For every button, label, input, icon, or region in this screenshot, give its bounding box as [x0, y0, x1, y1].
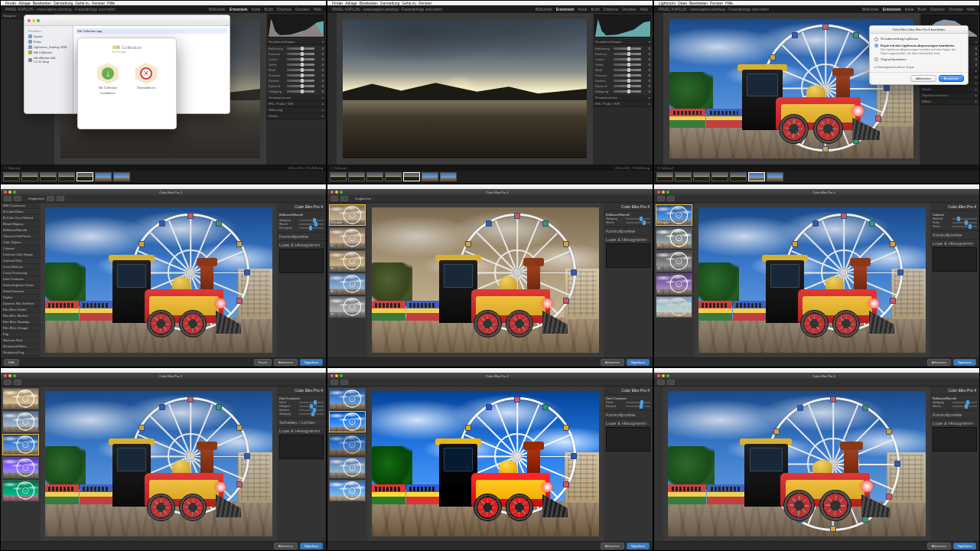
slider[interactable]: Perceptual	[279, 227, 324, 230]
filmstrip[interactable]	[1, 171, 326, 183]
slider[interactable]: Sättigung	[279, 412, 324, 416]
tab-book[interactable]: Buch	[591, 7, 600, 11]
preset-thumb[interactable]: 05	[329, 296, 366, 318]
tab-web[interactable]: Web	[314, 7, 321, 11]
preset-thumb[interactable]	[2, 480, 39, 501]
preset-item[interactable]: Bleach Bypass	[1, 221, 41, 227]
close-icon[interactable]	[4, 191, 7, 194]
slider[interactable]: Stärke	[933, 225, 977, 228]
thumb[interactable]	[348, 172, 365, 181]
slider[interactable]: Belichtung0	[269, 47, 324, 51]
preset-item[interactable]: Cross Balance	[1, 264, 41, 270]
slider[interactable]: Wärme	[933, 405, 977, 408]
toolbar-button[interactable]	[667, 196, 675, 201]
dialog-option[interactable]: Grundeinstellung Lightroom	[874, 37, 963, 41]
tab-slideshow[interactable]: Diashow	[930, 7, 945, 11]
preset-thumb[interactable]	[329, 388, 366, 409]
thumb[interactable]	[366, 172, 383, 181]
preset-item[interactable]: Bi-Color User Defined	[1, 215, 41, 221]
preset-thumb[interactable]: 02	[329, 227, 366, 249]
toolbar-button[interactable]	[4, 196, 11, 201]
save-button[interactable]: Speichern	[627, 359, 650, 366]
slider[interactable]: Dynamik0	[269, 84, 324, 88]
thumb[interactable]	[675, 172, 692, 181]
sidebar-item[interactable]: Fotos	[27, 39, 70, 44]
slider[interactable]: Klarheit0	[269, 79, 324, 83]
sidebar-item[interactable]: Import	[27, 34, 70, 39]
slider[interactable]: Klarheit0	[595, 79, 650, 83]
preset-item[interactable]: Film Efex: Modern	[1, 313, 41, 319]
tab-book[interactable]: Buch	[918, 7, 926, 11]
edit-in-dialog[interactable]: Color Efex Color Efex Pro 4 bearbeiten G…	[869, 25, 969, 85]
tab-web[interactable]: Web	[640, 7, 648, 11]
cancel-button[interactable]: Abbrechen	[274, 543, 298, 549]
panel-header[interactable]: HSL / Farbe / S/W▸	[593, 101, 653, 107]
slider[interactable]: Sättigung0	[595, 90, 650, 93]
zoom-icon[interactable]	[37, 19, 40, 22]
tab-develop[interactable]: Entwickeln	[556, 7, 575, 11]
tab-library[interactable]: Bibliothek	[209, 7, 226, 11]
preset-item[interactable]: Contrast Color Range	[1, 252, 41, 258]
toolbar-button[interactable]	[657, 196, 665, 201]
preset-item[interactable]: Color Stylizer	[1, 240, 41, 246]
preset-thumb[interactable]: 01-Vorgabe	[329, 204, 366, 226]
tab-library[interactable]: Bibliothek	[536, 7, 552, 11]
thumb[interactable]	[21, 172, 38, 181]
preset-thumb[interactable]: 04	[329, 273, 366, 295]
dialog-option[interactable]: Original bearbeiten	[874, 57, 963, 62]
preset-item[interactable]: Bi-Color Filters	[1, 209, 41, 215]
slider[interactable]: Kontrast0	[269, 52, 324, 56]
toolbar-button[interactable]	[47, 196, 54, 201]
preset-thumb[interactable]	[329, 457, 366, 478]
tab-slideshow[interactable]: Diashow	[277, 7, 291, 11]
preset-thumb[interactable]: 05	[656, 296, 692, 318]
toolbar-button[interactable]	[330, 380, 338, 385]
tab-map[interactable]: Karte	[578, 7, 588, 11]
close-icon[interactable]	[28, 19, 31, 22]
preset-item[interactable]: Fog	[1, 331, 41, 337]
tab-print[interactable]: Drucken	[949, 7, 963, 11]
slider[interactable]: Sättigung	[933, 401, 977, 404]
preset-thumb[interactable]	[329, 434, 366, 455]
slider[interactable]: Tiefen0	[595, 63, 650, 67]
help-button[interactable]: Hilfe	[4, 359, 19, 366]
file-row[interactable]: Nik Collection.app	[76, 28, 227, 34]
panel-header[interactable]: Gradationskurve▸	[266, 95, 326, 101]
preset-item[interactable]: Film Efex: Vintage	[1, 325, 41, 331]
preset-thumb[interactable]	[2, 388, 39, 409]
tab-develop[interactable]: Entwickeln	[230, 7, 248, 11]
cancel-button[interactable]: Abbrechen	[927, 359, 951, 366]
preset-thumb[interactable]	[2, 411, 39, 432]
preset-item[interactable]: Detail Extractor	[1, 289, 41, 295]
tab-develop[interactable]: Entwickeln	[883, 7, 901, 11]
cancel-button[interactable]: Abbrechen	[274, 359, 298, 366]
slider[interactable]: Tiefen0	[269, 63, 324, 67]
preset-item[interactable]: B/W Conversion	[1, 203, 41, 209]
filmstrip[interactable]	[327, 171, 653, 183]
preset-thumb[interactable]	[2, 434, 39, 455]
thumb[interactable]	[711, 172, 728, 181]
toolbar-button[interactable]	[667, 380, 675, 385]
sidebar-item[interactable]: Lightroom_Katalog 2016	[27, 44, 70, 50]
thumb[interactable]	[693, 172, 710, 181]
slider[interactable]: Wärme	[279, 223, 324, 226]
zoom-icon[interactable]	[13, 191, 16, 194]
tab-print[interactable]: Drucken	[295, 7, 310, 11]
preset-item[interactable]: Dynamic Skin Softener	[1, 301, 41, 307]
cancel-button[interactable]: Abbrechen	[601, 543, 624, 549]
toolbar-button[interactable]	[330, 196, 338, 201]
thumb[interactable]	[440, 172, 457, 181]
tab-book[interactable]: Buch	[265, 7, 273, 11]
tab-map[interactable]: Karte	[252, 7, 261, 11]
preset-thumb[interactable]	[329, 411, 366, 432]
thumb[interactable]	[422, 172, 438, 181]
cancel-button[interactable]: Abbrechen	[601, 359, 624, 366]
nik-installer[interactable]: nik Collectionby Google ↓ Nik Collection…	[77, 37, 177, 129]
panel-header[interactable]: Teiltonung▸	[266, 107, 326, 113]
section-header[interactable]: Kontrollpunkte	[279, 234, 308, 239]
preset-thumb[interactable]: 03	[656, 250, 692, 272]
slider[interactable]: Weiß0	[595, 68, 650, 72]
toolbar-button[interactable]	[657, 380, 665, 385]
preset-item[interactable]: Darken/Lighten Center	[1, 282, 41, 289]
thumb-selected[interactable]	[403, 172, 420, 181]
